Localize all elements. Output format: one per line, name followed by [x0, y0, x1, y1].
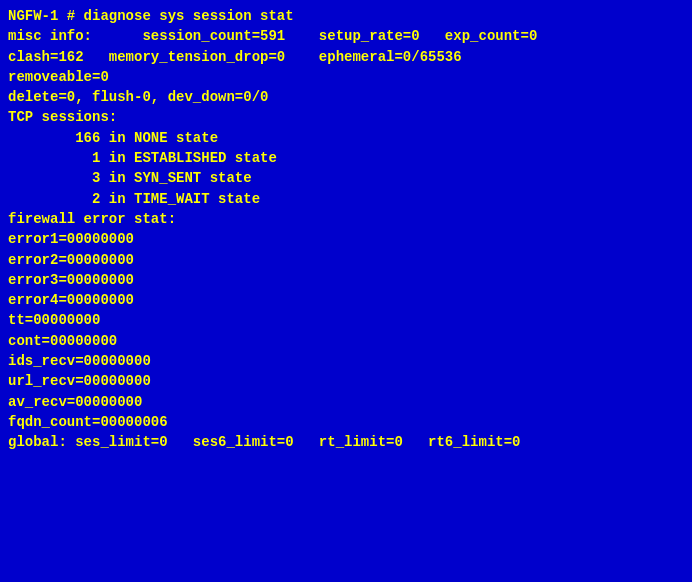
- line-07: 166 in NONE state: [8, 128, 684, 148]
- line-17: cont=00000000: [8, 331, 684, 351]
- line-19: url_recv=00000000: [8, 371, 684, 391]
- line-15: error4=00000000: [8, 290, 684, 310]
- line-01: NGFW-1 # diagnose sys session stat: [8, 6, 684, 26]
- line-08: 1 in ESTABLISHED state: [8, 148, 684, 168]
- line-13: error2=00000000: [8, 250, 684, 270]
- line-16: tt=00000000: [8, 310, 684, 330]
- line-20: av_recv=00000000: [8, 392, 684, 412]
- line-02: misc info: session_count=591 setup_rate=…: [8, 26, 684, 46]
- line-22: global: ses_limit=0 ses6_limit=0 rt_limi…: [8, 432, 684, 452]
- line-09: 3 in SYN_SENT state: [8, 168, 684, 188]
- line-18: ids_recv=00000000: [8, 351, 684, 371]
- line-21: fqdn_count=00000006: [8, 412, 684, 432]
- line-03: clash=162 memory_tension_drop=0 ephemera…: [8, 47, 684, 67]
- terminal-window: NGFW-1 # diagnose sys session statmisc i…: [0, 0, 692, 582]
- line-14: error3=00000000: [8, 270, 684, 290]
- line-04: removeable=0: [8, 67, 684, 87]
- line-11: firewall error stat:: [8, 209, 684, 229]
- line-06: TCP sessions:: [8, 107, 684, 127]
- line-05: delete=0, flush-0, dev_down=0/0: [8, 87, 684, 107]
- line-12: error1=00000000: [8, 229, 684, 249]
- line-10: 2 in TIME_WAIT state: [8, 189, 684, 209]
